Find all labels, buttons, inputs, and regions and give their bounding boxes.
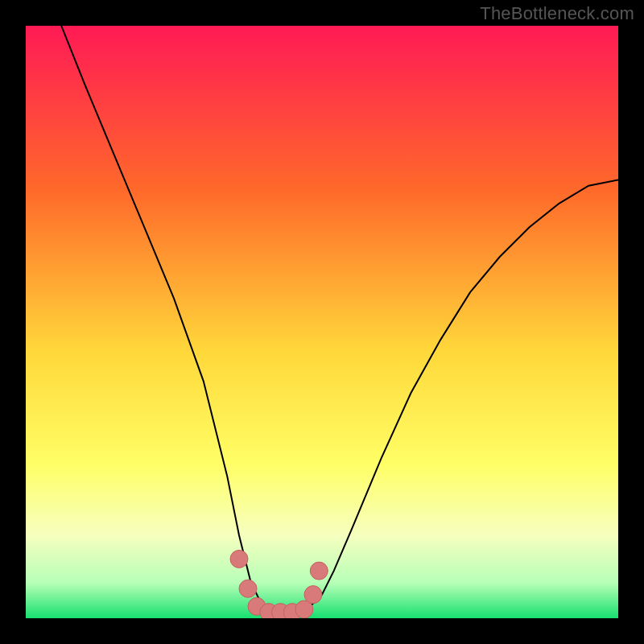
watermark-text: TheBottleneck.com [480, 3, 634, 24]
plot-area [26, 26, 618, 618]
chart-frame: TheBottleneck.com [0, 0, 644, 644]
valley-marker [304, 586, 322, 604]
chart-svg [26, 26, 618, 618]
heat-gradient-background [26, 26, 618, 618]
valley-marker [239, 580, 257, 597]
valley-marker [310, 562, 328, 580]
valley-marker [230, 550, 248, 568]
